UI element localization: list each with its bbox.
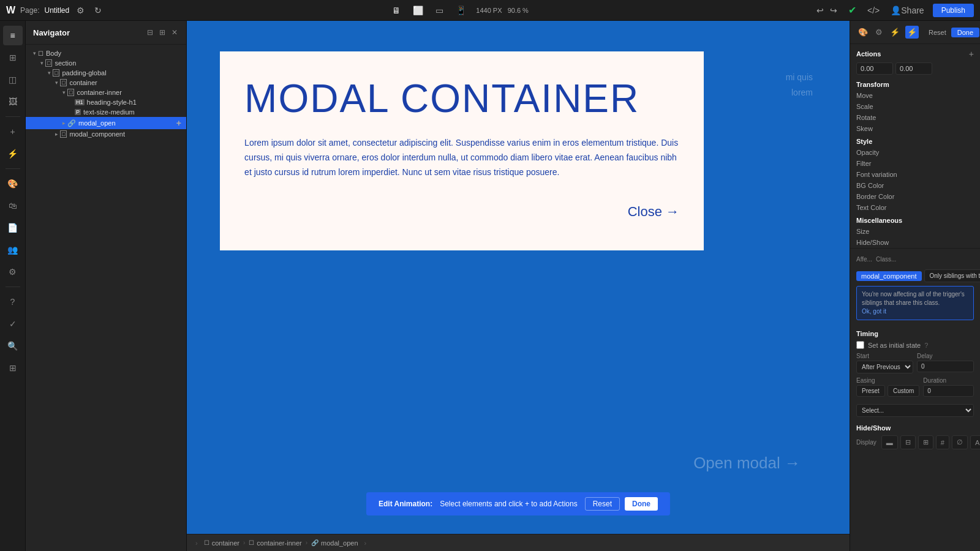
open-modal-text[interactable]: Open modal → bbox=[693, 454, 801, 473]
set-initial-checkbox[interactable] bbox=[856, 341, 864, 349]
nav-item-text[interactable]: P text-size-medium bbox=[26, 107, 186, 117]
breadcrumb-item-container-inner[interactable]: ☐ container-inner bbox=[245, 539, 305, 547]
assets-icon[interactable]: 🖼 bbox=[3, 92, 23, 111]
action-rotate[interactable]: Rotate bbox=[850, 112, 980, 123]
components-icon[interactable]: ◫ bbox=[3, 70, 23, 89]
share-button[interactable]: 👤 Share bbox=[888, 3, 926, 18]
display-grid-icon[interactable]: # bbox=[936, 435, 949, 449]
refresh-icon[interactable]: ↻ bbox=[92, 3, 104, 18]
action-opacity[interactable]: Opacity bbox=[850, 147, 980, 158]
class-tooltip-ok-link[interactable]: Ok, got it bbox=[862, 308, 886, 315]
action-border-color[interactable]: Border Color bbox=[850, 191, 980, 202]
nav-item-section[interactable]: ▾ □ section bbox=[26, 58, 186, 68]
webflow-logo: W bbox=[6, 5, 15, 16]
breadcrumb-item-container[interactable]: ☐ container bbox=[200, 539, 243, 547]
navigator-close-icon[interactable]: ✕ bbox=[170, 27, 179, 38]
display-block-icon[interactable]: ▬ bbox=[881, 435, 898, 449]
start-select[interactable]: After Previous Action bbox=[856, 361, 913, 373]
banner-done-button[interactable]: Done bbox=[625, 497, 658, 511]
action-scale[interactable]: Scale bbox=[850, 101, 980, 112]
duration-input[interactable] bbox=[923, 385, 974, 397]
mobile-icon[interactable]: 📱 bbox=[453, 3, 469, 18]
nav-item-modal-component[interactable]: ▸ □ modal_component bbox=[26, 129, 186, 139]
banner-reset-button[interactable]: Reset bbox=[585, 497, 620, 511]
class-scope-select[interactable]: Only siblings with this class bbox=[924, 269, 980, 282]
easing-custom-btn[interactable]: Custom bbox=[888, 385, 919, 397]
nav-label-padding: padding-global bbox=[62, 69, 106, 77]
display-flex-col-icon[interactable]: ⊞ bbox=[918, 435, 933, 449]
tasks-icon[interactable]: ✓ bbox=[3, 314, 23, 334]
breadcrumb-item-modal-open[interactable]: 🔗 modal_open bbox=[307, 539, 362, 547]
timing-title: Timing bbox=[856, 330, 974, 337]
modal-close-button[interactable]: Close → bbox=[244, 204, 679, 220]
help-icon[interactable]: ? bbox=[924, 342, 928, 349]
interactions-icon[interactable]: ⚡ bbox=[3, 144, 23, 163]
easing-preset-btn[interactable]: Preset bbox=[856, 385, 885, 397]
redo-button[interactable]: ↪ bbox=[827, 3, 840, 18]
display-none-icon[interactable]: ∅ bbox=[952, 435, 968, 449]
code-icon[interactable]: </> bbox=[865, 3, 882, 18]
nav-icon-body: ☐ bbox=[38, 50, 43, 57]
coord-x-field[interactable] bbox=[856, 62, 893, 75]
logic-icon[interactable]: ⚙ bbox=[3, 262, 23, 282]
nav-item-body[interactable]: ▾ ☐ Body bbox=[26, 48, 186, 58]
help-icon[interactable]: ? bbox=[3, 292, 23, 312]
cms-icon[interactable]: 📄 bbox=[3, 218, 23, 238]
apps-icon[interactable]: ⊞ bbox=[3, 358, 23, 378]
panel-tab-paint[interactable]: 🎨 bbox=[856, 26, 870, 39]
nav-toggle-text bbox=[67, 108, 75, 116]
nav-item-container[interactable]: ▾ □ container bbox=[26, 78, 186, 88]
topbar-left: W Page: Untitled ⚙ ↻ bbox=[6, 3, 104, 18]
display-text-icon[interactable]: A bbox=[970, 435, 980, 449]
coord-y-field[interactable] bbox=[895, 62, 932, 75]
panel-tab-settings[interactable]: ⚙ bbox=[873, 26, 884, 39]
action-bg-color[interactable]: BG Color bbox=[850, 180, 980, 191]
nav-item-container-inner[interactable]: ▾ □ container-inner bbox=[26, 88, 186, 97]
nav-toggle-padding: ▾ bbox=[45, 69, 53, 77]
class-tag[interactable]: modal_component bbox=[856, 271, 922, 281]
action-text-color[interactable]: Text Color bbox=[850, 202, 980, 213]
nav-label-section: section bbox=[55, 59, 76, 67]
panel-tab-interactions[interactable]: ⚡ bbox=[888, 26, 902, 39]
nav-add-icon[interactable]: + bbox=[176, 118, 181, 128]
nav-icon-heading: H1 bbox=[75, 99, 85, 105]
nav-item-modal-open[interactable]: ▸ 🔗 modal_open + bbox=[26, 117, 186, 129]
users-icon[interactable]: 👥 bbox=[3, 240, 23, 260]
navigator-icon[interactable]: ≡ bbox=[3, 26, 23, 45]
actions-add-icon[interactable]: + bbox=[969, 49, 974, 59]
pages-icon[interactable]: ⊞ bbox=[3, 48, 23, 67]
navigator-expand-icon[interactable]: ⊞ bbox=[158, 27, 167, 38]
easing-select[interactable]: Select... bbox=[856, 404, 974, 417]
topbar-right: ↩ ↪ ✔ </> 👤 Share Publish bbox=[814, 2, 974, 18]
action-hide-show[interactable]: Hide/Show bbox=[850, 237, 980, 248]
action-size[interactable]: Size bbox=[850, 226, 980, 237]
style-manager-icon[interactable]: 🎨 bbox=[3, 174, 23, 193]
action-move[interactable]: Move bbox=[850, 90, 980, 101]
affect-row: Affe... Class... bbox=[856, 252, 974, 267]
start-field: Start After Previous Action bbox=[856, 353, 913, 373]
nav-icon-container: □ bbox=[60, 79, 67, 86]
action-filter[interactable]: Filter bbox=[850, 158, 980, 169]
panel-tab-animate[interactable]: ⚡ bbox=[905, 26, 919, 39]
display-flex-row-icon[interactable]: ⊟ bbox=[900, 435, 916, 449]
search-icon[interactable]: 🔍 bbox=[3, 336, 23, 356]
nav-label-container: container bbox=[69, 79, 97, 86]
ecommerce-icon[interactable]: 🛍 bbox=[3, 196, 23, 216]
delay-input[interactable] bbox=[917, 361, 974, 372]
action-font-variation[interactable]: Font variation bbox=[850, 169, 980, 180]
navigator-collapse-icon[interactable]: ⊟ bbox=[146, 27, 154, 38]
tablet-landscape-icon[interactable]: ⬜ bbox=[410, 3, 426, 18]
nav-item-heading[interactable]: H1 heading-style-h1 bbox=[26, 97, 186, 107]
panel-done-button[interactable]: Done bbox=[951, 28, 979, 37]
panel-reset-link[interactable]: Reset bbox=[929, 29, 946, 36]
bg-text-right: mi quis lorem bbox=[786, 70, 813, 100]
action-skew[interactable]: Skew bbox=[850, 123, 980, 134]
add-elements-icon[interactable]: + bbox=[3, 122, 23, 141]
publish-button[interactable]: Publish bbox=[933, 4, 974, 17]
page-settings-icon[interactable]: ⚙ bbox=[74, 3, 87, 18]
desktop-view-icon[interactable]: 🖥 bbox=[390, 3, 403, 18]
undo-button[interactable]: ↩ bbox=[814, 3, 826, 18]
nav-item-padding-global[interactable]: ▾ □ padding-global bbox=[26, 68, 186, 78]
tablet-portrait-icon[interactable]: ▭ bbox=[433, 3, 446, 18]
check-circle-icon[interactable]: ✔ bbox=[846, 2, 859, 18]
